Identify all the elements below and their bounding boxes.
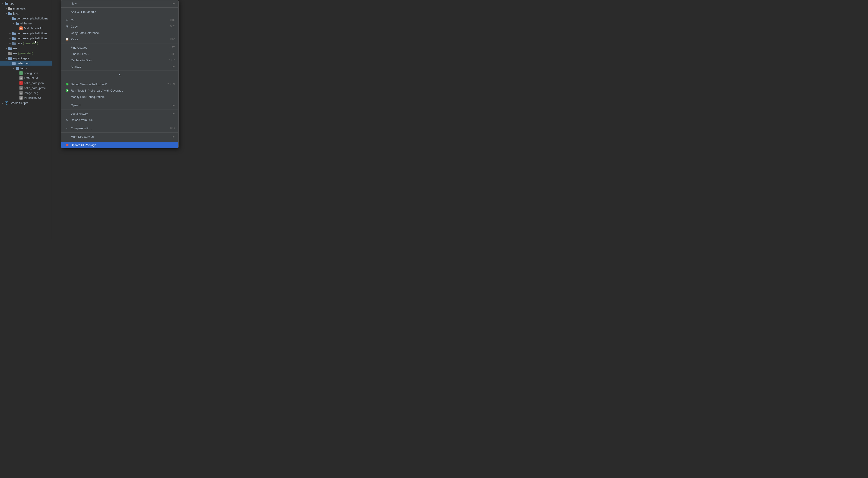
tree-label-res-generated: res (generated) bbox=[13, 52, 33, 55]
tree-item-res[interactable]: res bbox=[0, 46, 52, 51]
svg-rect-9 bbox=[16, 22, 17, 23]
folder-icon-ui-theme bbox=[16, 21, 20, 25]
local-history-submenu-arrow: ▶ bbox=[173, 112, 175, 115]
tree-label-hello-card-json: hello_card.json bbox=[24, 81, 43, 85]
tree-item-fonts[interactable]: fonts bbox=[0, 66, 52, 70]
menu-item-open-in[interactable]: Open In ▶ bbox=[61, 102, 178, 108]
svg-rect-25 bbox=[12, 62, 13, 63]
tree-label-gradle-scripts: Gradle Scripts bbox=[9, 101, 28, 105]
svg-rect-17 bbox=[12, 42, 13, 43]
menu-label-debug-tests: Debug 'Tests in 'hello_card'' bbox=[71, 83, 167, 86]
folder-icon-androidtest bbox=[12, 31, 16, 35]
tree-item-java-generated[interactable]: java (generated) bbox=[0, 41, 52, 46]
tree-item-version-txt[interactable]: txt VERSION.txt bbox=[0, 95, 52, 100]
svg-text:↑: ↑ bbox=[66, 144, 67, 146]
tree-arrow-ui-packages bbox=[4, 57, 8, 59]
tree-item-hello-card[interactable]: hello_card bbox=[0, 61, 52, 66]
svg-text:txt: txt bbox=[20, 77, 22, 79]
menu-item-paste[interactable]: 📋 Paste ⌘V bbox=[61, 36, 178, 42]
tree-item-mainactivity[interactable]: Kt MainActivity.kt bbox=[0, 26, 52, 31]
menu-item-mark-directory[interactable]: Mark Directory as ▶ bbox=[61, 133, 178, 140]
svg-rect-8 bbox=[16, 23, 19, 25]
tree-item-config-json[interactable]: {} config.json bbox=[0, 70, 52, 76]
menu-item-reload-from-disk[interactable]: ↻ Reload from Disk bbox=[61, 117, 178, 123]
menu-label-compare-with: Compare With... bbox=[71, 127, 170, 130]
json-red-icon-hello-card: {} bbox=[19, 81, 23, 85]
menu-label-paste: Paste bbox=[71, 37, 170, 41]
tree-item-ui-packages[interactable]: ui-packages bbox=[0, 56, 52, 61]
replace-icon bbox=[65, 58, 69, 62]
menu-label-copy: Copy bbox=[71, 25, 170, 28]
separator-7 bbox=[61, 109, 178, 110]
tree-item-app[interactable]: app bbox=[0, 1, 52, 6]
compare-icon: ≈ bbox=[65, 126, 69, 130]
update-icon: ↑ bbox=[65, 143, 69, 147]
svg-rect-4 bbox=[8, 13, 12, 15]
menu-item-local-history[interactable]: Local History ▶ bbox=[61, 110, 178, 117]
tree-arrow-gradle-scripts bbox=[1, 102, 4, 104]
svg-rect-43 bbox=[66, 85, 68, 85]
menu-item-cut[interactable]: ✂ Cut ⌘X bbox=[61, 17, 178, 23]
tree-item-manifests[interactable]: manifests bbox=[0, 6, 52, 11]
menu-label-copy-path: Copy Path/Reference... bbox=[71, 31, 175, 35]
tree-item-ui-theme[interactable]: ui.theme bbox=[0, 21, 52, 26]
debug-icon bbox=[65, 82, 69, 86]
txt-icon-version: txt bbox=[19, 96, 23, 100]
tree-item-test[interactable]: com.example.hellofigma (test) bbox=[0, 36, 52, 41]
menu-item-copy-path[interactable]: Copy Path/Reference... bbox=[61, 30, 178, 36]
menu-item-copy[interactable]: ⎘ Copy ⌘C bbox=[61, 23, 178, 30]
svg-rect-27 bbox=[16, 67, 17, 68]
svg-rect-21 bbox=[8, 52, 10, 53]
svg-rect-14 bbox=[12, 37, 16, 40]
menu-label-replace-in-files: Replace in Files... bbox=[71, 59, 168, 62]
tree-item-hello-card-json[interactable]: {} hello_card.json bbox=[0, 81, 52, 86]
tree-item-image-jpeg[interactable]: jpeg image.jpeg bbox=[0, 90, 52, 95]
menu-item-analyze[interactable]: Analyze ▶ bbox=[61, 63, 178, 70]
paste-shortcut: ⌘V bbox=[170, 37, 175, 41]
folder-icon-hello-card bbox=[12, 61, 16, 65]
tree-item-fonts-txt[interactable]: txt FONTS.txt bbox=[0, 76, 52, 81]
menu-label-mark-directory: Mark Directory as bbox=[71, 135, 173, 139]
tree-item-com-example[interactable]: com.example.hellofigma bbox=[0, 16, 52, 21]
tree-item-java[interactable]: java bbox=[0, 11, 52, 16]
new-submenu-arrow: ▶ bbox=[173, 2, 175, 5]
folder-icon-res-generated bbox=[8, 51, 12, 55]
tree-item-androidtest[interactable]: com.example.hellofigma (androidTe bbox=[0, 31, 52, 36]
svg-rect-12 bbox=[12, 33, 16, 35]
svg-rect-3 bbox=[8, 7, 10, 8]
scissors-icon: ✂ bbox=[65, 18, 69, 22]
menu-label-analyze: Analyze bbox=[71, 65, 173, 68]
menu-item-new[interactable]: New ▶ bbox=[61, 0, 178, 6]
folder-icon-app bbox=[4, 1, 8, 5]
tree-label-hello-card-preview: hello_card_preview.png bbox=[24, 86, 50, 90]
tree-label-mainactivity: MainActivity.kt bbox=[24, 27, 42, 30]
tree-arrow-androidtest bbox=[8, 32, 12, 35]
tree-arrow-com-example bbox=[8, 17, 12, 20]
tree-label-res: res bbox=[13, 47, 17, 50]
menu-label-update-ui-package: Update UI Package bbox=[71, 143, 175, 147]
tree-arrow-manifests bbox=[4, 7, 8, 10]
menu-item-add-cpp[interactable]: Add C++ to Module bbox=[61, 8, 178, 15]
menu-item-debug-tests[interactable]: Debug 'Tests in 'hello_card'' ⌃⇧F9 bbox=[61, 81, 178, 87]
menu-item-modify-run[interactable]: Modify Run Configuration... bbox=[61, 94, 178, 100]
tree-arrow-java-generated bbox=[8, 42, 12, 44]
tree-item-gradle-scripts[interactable]: Gradle Scripts bbox=[0, 100, 52, 106]
menu-item-replace-in-files[interactable]: Replace in Files... ⌃⇧R bbox=[61, 57, 178, 63]
svg-text:png: png bbox=[20, 87, 22, 89]
open-in-submenu-arrow: ▶ bbox=[173, 103, 175, 107]
tree-item-res-generated[interactable]: res (generated) bbox=[0, 51, 52, 56]
tree-item-hello-card-preview[interactable]: png hello_card_preview.png bbox=[0, 86, 52, 90]
svg-text:Kt: Kt bbox=[20, 27, 22, 30]
folder-icon-manifests bbox=[8, 6, 12, 10]
tree-label-fonts: fonts bbox=[20, 66, 27, 70]
menu-item-compare-with[interactable]: ≈ Compare With... ⌘D bbox=[61, 125, 178, 131]
local-history-icon bbox=[65, 111, 69, 116]
svg-rect-23 bbox=[8, 57, 10, 58]
menu-item-update-ui-package[interactable]: ↑ Update UI Package bbox=[61, 142, 178, 148]
find-in-files-shortcut: ⌃⇧F bbox=[168, 52, 175, 55]
menu-item-find-in-files[interactable]: Find in Files... ⌃⇧F bbox=[61, 51, 178, 57]
kt-icon-mainactivity: Kt bbox=[19, 26, 23, 30]
menu-item-run-coverage[interactable]: Run 'Tests in 'hello_card'' with Coverag… bbox=[61, 87, 178, 94]
gradle-icon bbox=[4, 101, 8, 105]
menu-item-find-usages[interactable]: Find Usages ⌥F7 bbox=[61, 44, 178, 51]
